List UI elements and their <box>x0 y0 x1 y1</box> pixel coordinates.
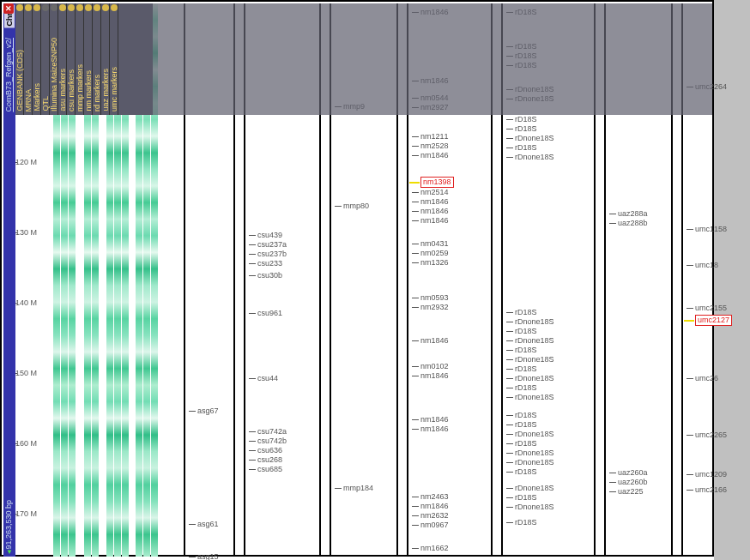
marker-rD18S[interactable]: rD18S <box>515 518 537 527</box>
marker-rD18S[interactable]: rD18S <box>515 467 537 477</box>
marker-rDnone18S[interactable]: rDnone18S <box>515 374 554 383</box>
marker-nm1326[interactable]: nm1326 <box>420 258 449 268</box>
marker-asg15[interactable]: asg15 <box>197 552 219 560</box>
marker-nm1846[interactable]: nm1846 <box>420 415 449 425</box>
marker-nm1846[interactable]: nm1846 <box>420 151 449 160</box>
marker-csu961[interactable]: csu961 <box>257 309 282 318</box>
marker-nm1846[interactable]: nm1846 <box>420 336 449 346</box>
marker-csu685[interactable]: csu685 <box>257 465 282 474</box>
marker-mmp80[interactable]: mmp80 <box>343 202 369 211</box>
track-header-uaz-markers[interactable]: uaz markers <box>101 3 110 115</box>
refgen-label[interactable]: CornB73_Refgen_v2/ <box>4 38 13 112</box>
marker-rD18S[interactable]: rD18S <box>515 493 537 503</box>
marker-nm1846[interactable]: nm1846 <box>420 371 449 381</box>
arrow-down-icon[interactable]: ▼ <box>6 548 13 556</box>
marker-nm0259[interactable]: nm0259 <box>420 249 449 258</box>
marker-umc18[interactable]: umc18 <box>695 261 718 270</box>
marker-nm2927[interactable]: nm2927 <box>420 103 449 112</box>
marker-nm1846[interactable]: nm1846 <box>420 8 449 17</box>
marker-uaz288a[interactable]: uaz288a <box>618 209 648 219</box>
marker-umc2265[interactable]: umc2265 <box>695 431 727 440</box>
marker-rDnone18S[interactable]: rDnone18S <box>515 336 554 346</box>
marker-nm1846[interactable]: nm1846 <box>420 425 449 434</box>
marker-rDnone18S[interactable]: rDnone18S <box>515 430 554 439</box>
track-header-nm-markers[interactable]: nm markers <box>84 3 93 115</box>
track-header-asu-markers[interactable]: asu markers <box>58 3 67 115</box>
marker-nm0967[interactable]: nm0967 <box>420 521 449 530</box>
marker-csu44[interactable]: csu44 <box>257 374 278 383</box>
marker-nm2528[interactable]: nm2528 <box>420 142 449 151</box>
track-mmp[interactable]: mmp9mmp80mmp184 <box>330 3 398 557</box>
marker-rD18S[interactable]: rD18S <box>515 308 537 317</box>
marker-umc2127[interactable]: umc2127 <box>695 315 732 326</box>
track-header-qtl[interactable]: QTL <box>41 3 50 115</box>
close-icon[interactable]: ✕ <box>3 3 14 14</box>
marker-uaz225[interactable]: uaz225 <box>618 487 644 497</box>
marker-uaz260a[interactable]: uaz260a <box>618 468 648 478</box>
track-nm[interactable]: nm1846nm1846nm0544nm2927nm1211nm2528nm18… <box>407 3 493 557</box>
marker-rDnone18S[interactable]: rDnone18S <box>515 503 554 512</box>
marker-csu636[interactable]: csu636 <box>257 446 282 455</box>
marker-nm2632[interactable]: nm2632 <box>420 511 449 521</box>
marker-umc2166[interactable]: umc2166 <box>695 485 727 495</box>
track-csu[interactable]: csu439csu237acsu237bcsu233csu30bcsu961cs… <box>244 3 321 557</box>
track-header-markers[interactable]: Markers <box>33 3 41 115</box>
track-header-rd-markers[interactable]: rd markers <box>93 3 101 115</box>
marker-rDnone18S[interactable]: rDnone18S <box>515 393 554 402</box>
marker-rDnone18S[interactable]: rDnone18S <box>515 94 554 104</box>
track-header-umc-markers[interactable]: umc markers <box>110 3 118 115</box>
marker-nm2514[interactable]: nm2514 <box>420 188 449 197</box>
marker-nm2932[interactable]: nm2932 <box>420 303 449 312</box>
marker-nm1398[interactable]: nm1398 <box>420 177 454 188</box>
marker-mmp184[interactable]: mmp184 <box>343 484 373 493</box>
marker-rD18S[interactable]: rD18S <box>515 327 537 336</box>
marker-nm0593[interactable]: nm0593 <box>420 293 449 303</box>
track-uaz[interactable]: uaz288auaz288buaz260auaz260buaz225 <box>604 3 673 557</box>
marker-nm1846[interactable]: nm1846 <box>420 502 449 511</box>
marker-csu439[interactable]: csu439 <box>257 231 282 240</box>
marker-uaz260b[interactable]: uaz260b <box>618 478 648 487</box>
marker-rD18S[interactable]: rD18S <box>515 42 537 51</box>
marker-csu233[interactable]: csu233 <box>257 259 282 268</box>
marker-rDnone18S[interactable]: rDnone18S <box>515 85 554 94</box>
marker-rDnone18S[interactable]: rDnone18S <box>515 484 554 493</box>
marker-rD18S[interactable]: rD18S <box>515 346 537 355</box>
track-header-genbank-(cds)[interactable]: GENBANK (CDS) <box>15 3 24 115</box>
marker-nm2463[interactable]: nm2463 <box>420 492 449 502</box>
marker-mmp9[interactable]: mmp9 <box>343 102 365 111</box>
marker-rDnone18S[interactable]: rDnone18S <box>515 355 554 364</box>
marker-umc2155[interactable]: umc2155 <box>695 304 727 313</box>
marker-rD18S[interactable]: rD18S <box>515 420 537 430</box>
marker-csu742a[interactable]: csu742a <box>257 427 287 437</box>
marker-asg61[interactable]: asg61 <box>197 520 219 529</box>
marker-rD18S[interactable]: rD18S <box>515 51 537 61</box>
marker-asg67[interactable]: asg67 <box>197 406 219 416</box>
marker-nm1846[interactable]: nm1846 <box>420 197 449 207</box>
marker-csu268[interactable]: csu268 <box>257 455 282 465</box>
marker-rD18S[interactable]: rD18S <box>515 124 537 134</box>
marker-csu30b[interactable]: csu30b <box>257 271 282 280</box>
marker-rD18S[interactable]: rD18S <box>515 115 537 124</box>
marker-rD18S[interactable]: rD18S <box>515 8 537 17</box>
marker-rDnone18S[interactable]: rDnone18S <box>515 134 554 143</box>
marker-nm1662[interactable]: nm1662 <box>420 544 449 553</box>
track-header-illumina-maizesnp50[interactable]: Illumina MaizeSNP50 <box>50 3 58 115</box>
track-asg[interactable]: asg67asg61asg15 <box>184 3 235 557</box>
marker-rD18S[interactable]: rD18S <box>515 383 537 393</box>
marker-umc1158[interactable]: umc1158 <box>695 225 727 234</box>
marker-nm1846[interactable]: nm1846 <box>420 76 449 86</box>
track-header-csu-markers[interactable]: csu markers <box>67 3 76 115</box>
marker-umc26[interactable]: umc26 <box>695 374 718 383</box>
marker-nm1846[interactable]: nm1846 <box>420 216 449 226</box>
marker-umc2264[interactable]: umc2264 <box>695 82 727 92</box>
marker-nm0544[interactable]: nm0544 <box>420 93 449 103</box>
track-header-mmp-markers[interactable]: mmp markers <box>76 3 84 115</box>
marker-csu237b[interactable]: csu237b <box>257 250 287 259</box>
marker-rDnone18S[interactable]: rDnone18S <box>515 449 554 458</box>
marker-rDnone18S[interactable]: rDnone18S <box>515 317 554 327</box>
track-header-mrna[interactable]: MRNA <box>24 3 33 115</box>
track-umc[interactable]: umc2264umc1158umc18umc2155umc2127umc26um… <box>681 3 750 557</box>
marker-csu237a[interactable]: csu237a <box>257 240 287 250</box>
marker-nm0102[interactable]: nm0102 <box>420 362 449 371</box>
marker-uaz288b[interactable]: uaz288b <box>618 219 648 228</box>
